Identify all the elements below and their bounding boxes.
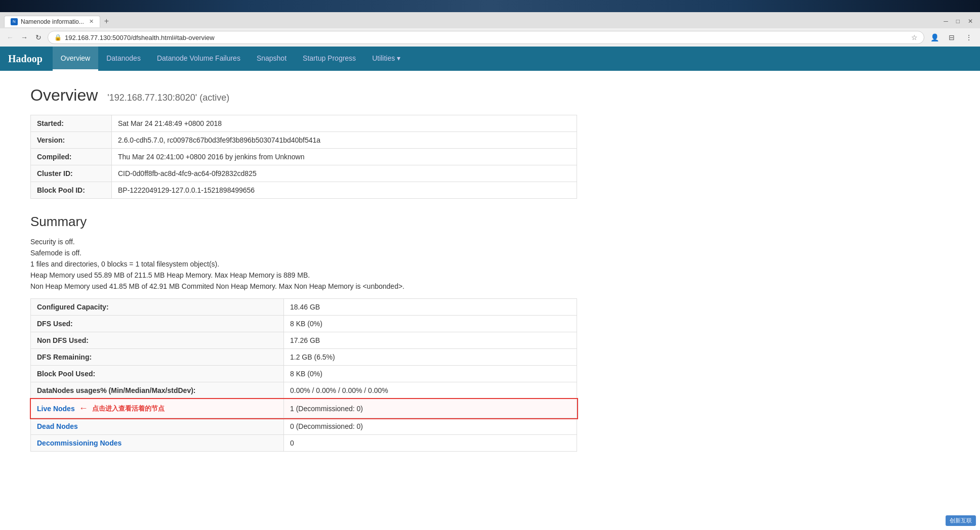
table-row: Version: 2.6.0-cdh5.7.0, rc00978c67b0d3f… — [31, 132, 577, 149]
nav-datanode-volume-failures[interactable]: Datanode Volume Failures — [149, 47, 249, 71]
tab-title: Namenode informatio... — [21, 18, 84, 25]
compiled-value: Thu Mar 24 02:41:00 +0800 2016 by jenkin… — [112, 149, 577, 165]
version-label: Version: — [31, 132, 112, 149]
back-button[interactable]: ← — [4, 31, 16, 43]
table-row: DFS Used: 8 KB (0%) — [31, 316, 577, 332]
table-row: DataNodes usages% (Min/Median/Max/stdDev… — [31, 382, 577, 399]
table-row: DFS Remaining: 1.2 GB (6.5%) — [31, 349, 577, 366]
dead-nodes-label: Dead Nodes — [31, 418, 284, 435]
table-row: Dead Nodes 0 (Decommissioned: 0) — [31, 418, 577, 435]
utilities-chevron-icon: ▾ — [397, 54, 400, 62]
live-nodes-value: 1 (Decommissioned: 0) — [284, 399, 577, 418]
dead-nodes-link[interactable]: Dead Nodes — [37, 422, 78, 430]
forward-button[interactable]: → — [18, 31, 30, 43]
bookmark-icon[interactable]: ☆ — [911, 33, 918, 41]
info-table: Started: Sat Mar 24 21:48:49 +0800 2018 … — [30, 115, 577, 199]
toolbar-icon-2[interactable]: ⊟ — [945, 30, 959, 45]
annotation-text: 点击进入查看活着的节点 — [92, 404, 165, 413]
dfs-used-value: 8 KB (0%) — [284, 316, 577, 332]
nav-startup-progress[interactable]: Startup Progress — [295, 47, 364, 71]
summary-line-3: Heap Memory used 55.89 MB of 211.5 MB He… — [30, 271, 577, 279]
table-row: Decommissioning Nodes 0 — [31, 435, 577, 452]
non-dfs-used-label: Non DFS Used: — [31, 332, 284, 349]
live-nodes-link[interactable]: Live Nodes — [37, 405, 75, 413]
table-row: Cluster ID: CID-0d0ff8fb-ac8d-4fc9-ac64-… — [31, 165, 577, 182]
dfs-remaining-label: DFS Remaining: — [31, 349, 284, 366]
active-tab[interactable]: N Namenode informatio... ✕ — [4, 16, 100, 27]
started-label: Started: — [31, 115, 112, 132]
secure-icon: 🔒 — [54, 34, 62, 41]
overview-subtitle: '192.168.77.130:8020' (active) — [107, 93, 229, 103]
table-row: Non DFS Used: 17.26 GB — [31, 332, 577, 349]
configured-capacity-value: 18.46 GB — [284, 299, 577, 316]
summary-line-0: Security is off. — [30, 238, 577, 246]
table-row: Configured Capacity: 18.46 GB — [31, 299, 577, 316]
dead-nodes-value: 0 (Decommissioned: 0) — [284, 418, 577, 435]
cluster-id-value: CID-0d0ff8fb-ac8d-4fc9-ac64-0f92832cd825 — [112, 165, 577, 182]
annotation-arrow-icon: ← — [79, 403, 88, 414]
table-row: Block Pool ID: BP-1222049129-127.0.0.1-1… — [31, 182, 577, 199]
hadoop-logo: Hadoop — [8, 53, 43, 65]
live-nodes-label: Live Nodes ← 点击进入查看活着的节点 — [31, 399, 284, 418]
dfs-remaining-value: 1.2 GB (6.5%) — [284, 349, 577, 366]
maximize-button[interactable]: □ — [953, 18, 963, 25]
started-value: Sat Mar 24 21:48:49 +0800 2018 — [112, 115, 577, 132]
nav-datanodes[interactable]: Datanodes — [98, 47, 149, 71]
overview-section: Overview '192.168.77.130:8020' (active) … — [30, 86, 577, 199]
dfs-used-label: DFS Used: — [31, 316, 284, 332]
non-dfs-used-value: 17.26 GB — [284, 332, 577, 349]
configured-capacity-label: Configured Capacity: — [31, 299, 284, 316]
reload-button[interactable]: ↻ — [32, 31, 45, 43]
toolbar-icon-1[interactable]: 👤 — [927, 30, 942, 45]
main-content: Overview '192.168.77.130:8020' (active) … — [0, 71, 607, 467]
nav-utilities[interactable]: Utilities ▾ — [364, 47, 409, 71]
summary-line-1: Safemode is off. — [30, 249, 577, 257]
close-window-button[interactable]: ✕ — [965, 18, 976, 25]
url-text: 192.168.77.130:50070/dfshealth.html#tab-… — [65, 34, 908, 41]
summary-section: Summary Security is off. Safemode is off… — [30, 214, 577, 452]
datanodes-usages-value: 0.00% / 0.00% / 0.00% / 0.00% — [284, 382, 577, 399]
block-pool-used-value: 8 KB (0%) — [284, 366, 577, 382]
datanodes-usages-label: DataNodes usages% (Min/Median/Max/stdDev… — [31, 382, 284, 399]
nav-overview[interactable]: Overview — [53, 47, 98, 71]
nav-items: Overview Datanodes Datanode Volume Failu… — [53, 47, 409, 71]
table-row: Block Pool Used: 8 KB (0%) — [31, 366, 577, 382]
summary-line-4: Non Heap Memory used 41.85 MB of 42.91 M… — [30, 282, 577, 290]
tab-close-button[interactable]: ✕ — [89, 18, 94, 25]
table-row: Compiled: Thu Mar 24 02:41:00 +0800 2016… — [31, 149, 577, 165]
minimize-button[interactable]: ─ — [941, 18, 951, 25]
decommissioning-nodes-link[interactable]: Decommissioning Nodes — [37, 439, 121, 447]
page-title: Overview '192.168.77.130:8020' (active) — [30, 86, 577, 105]
compiled-label: Compiled: — [31, 149, 112, 165]
block-pool-id-label: Block Pool ID: — [31, 182, 112, 199]
table-row: Started: Sat Mar 24 21:48:49 +0800 2018 — [31, 115, 577, 132]
version-value: 2.6.0-cdh5.7.0, rc00978c67b0d3fe9f3b896b… — [112, 132, 577, 149]
hadoop-nav: Hadoop Overview Datanodes Datanode Volum… — [0, 47, 980, 71]
summary-table: Configured Capacity: 18.46 GB DFS Used: … — [30, 298, 577, 452]
decommissioning-nodes-label: Decommissioning Nodes — [31, 435, 284, 452]
summary-line-2: 1 files and directories, 0 blocks = 1 to… — [30, 260, 577, 268]
url-bar[interactable]: 🔒 192.168.77.130:50070/dfshealth.html#ta… — [48, 31, 924, 44]
tab-bar: N Namenode informatio... ✕ + ─ □ ✕ — [0, 12, 980, 28]
live-nodes-row: Live Nodes ← 点击进入查看活着的节点 1 (Decommission… — [31, 399, 577, 418]
nav-snapshot[interactable]: Snapshot — [249, 47, 295, 71]
new-tab-button[interactable]: + — [100, 15, 113, 28]
address-bar: ← → ↻ 🔒 192.168.77.130:50070/dfshealth.h… — [0, 28, 980, 47]
decommissioning-nodes-value: 0 — [284, 435, 577, 452]
block-pool-id-value: BP-1222049129-127.0.0.1-1521898499656 — [112, 182, 577, 199]
block-pool-used-label: Block Pool Used: — [31, 366, 284, 382]
summary-title: Summary — [30, 214, 577, 230]
tab-favicon: N — [11, 18, 18, 25]
cluster-id-label: Cluster ID: — [31, 165, 112, 182]
toolbar-icon-3[interactable]: ⋮ — [962, 30, 976, 45]
